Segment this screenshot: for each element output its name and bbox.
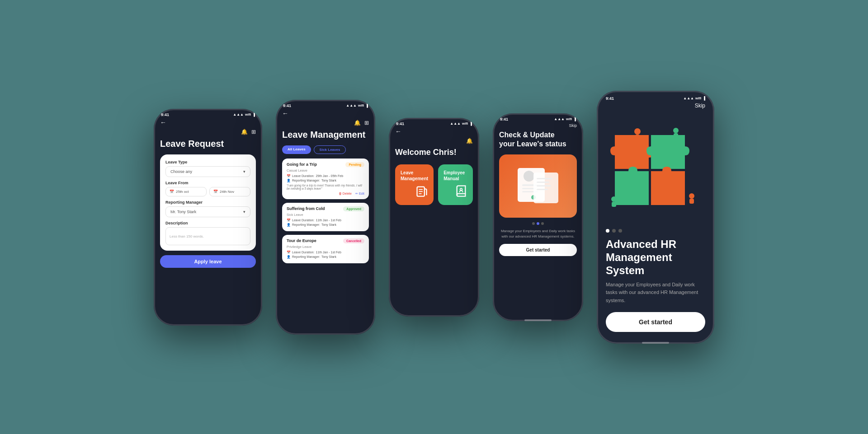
- svg-point-13: [634, 128, 641, 135]
- dot3: [541, 222, 544, 225]
- svg-rect-18: [612, 202, 616, 207]
- phone5-content: Skip: [597, 103, 714, 339]
- leave-card-2-header: Suffering from Cold Approved: [287, 206, 364, 211]
- leave1-badge: Pending: [345, 162, 364, 167]
- status-icons-3: ▲▲▲ wifi ▐: [450, 121, 472, 126]
- leave-mgmt-title: Leave Management: [282, 130, 369, 140]
- person-icon-2: 👤: [287, 223, 291, 227]
- back-button-3[interactable]: ←: [395, 128, 473, 135]
- signal-icon: ▲▲▲: [233, 112, 244, 117]
- signal-icon-5: ▲▲▲: [683, 96, 694, 100]
- dot2-active: [537, 222, 539, 225]
- duration-prefix-2: Leave Duration:: [292, 219, 314, 222]
- delete-button-1[interactable]: 🗑 Delete: [339, 192, 352, 196]
- tab-sick-leaves[interactable]: Sick Leaves: [314, 145, 346, 154]
- calendar-icon-2: 📅: [287, 219, 291, 222]
- employee-manual-tile[interactable]: Employee Manual: [438, 164, 473, 205]
- tab-all-leaves[interactable]: All Leaves: [282, 145, 311, 154]
- leave-card-3: Tour de Europe Cancelled Priviledge Leav…: [282, 235, 369, 263]
- start-date-btn[interactable]: 📅 25th oct: [165, 187, 207, 196]
- leave-card-2: Suffering from Cold Approved Sick Leave …: [282, 203, 369, 231]
- leave3-manager-row: 👤 Reporting Manager: Tony Stark: [287, 255, 364, 259]
- signal-icon-4: ▲▲▲: [554, 117, 565, 121]
- phone2-screen: 9:41 ▲▲▲ wifi ▐ ← 🔔 ⊞ Leave Management A…: [276, 100, 375, 335]
- wifi-icon-4: wifi: [566, 117, 572, 121]
- edit-icon: ✏: [355, 192, 358, 196]
- calendar-start-icon: 📅: [170, 190, 174, 194]
- reporting-manager-select[interactable]: Mr. Tony Stark ▾: [165, 206, 250, 217]
- apply-leave-button[interactable]: Apply leave: [160, 255, 256, 268]
- battery-icon-2: ▐: [365, 103, 368, 107]
- phone3-screen: 9:41 ▲▲▲ wifi ▐ ← 🔔 Welcome Chris! Leave…: [389, 118, 479, 317]
- svg-rect-8: [533, 173, 558, 203]
- duration-prefix-1: Leave Duration:: [292, 174, 314, 177]
- tab-row: All Leaves Sick Leaves: [282, 145, 369, 154]
- chevron-down-icon-2: ▾: [243, 210, 245, 214]
- hr-get-started-button[interactable]: Get started: [606, 312, 705, 332]
- time-5: 9:41: [606, 96, 614, 101]
- leave-type-select[interactable]: Choose any ▾: [165, 166, 250, 177]
- edit-button-1[interactable]: ✏ Edit: [355, 192, 364, 196]
- chevron-down-icon: ▾: [243, 169, 245, 174]
- signal-icon-2: ▲▲▲: [346, 103, 357, 107]
- phone-leave-management: 9:41 ▲▲▲ wifi ▐ ← 🔔 ⊞ Leave Management A…: [276, 100, 375, 335]
- bell-icon-2: 🔔: [354, 120, 361, 126]
- time-2: 9:41: [283, 103, 291, 108]
- leave-from-label: Leave From: [165, 181, 250, 185]
- leave1-type: Casual Leave: [287, 168, 364, 173]
- bell-icon: 🔔: [241, 129, 248, 135]
- welcome-title: Welcome Chris!: [395, 148, 473, 157]
- top-icons-row-2: 🔔 ⊞: [282, 120, 369, 126]
- person-icon-1: 👤: [287, 179, 291, 182]
- tile2-label: Employee Manual: [443, 170, 467, 182]
- phone-welcome: 9:41 ▲▲▲ wifi ▐ ← 🔔 Welcome Chris! Leave…: [389, 118, 479, 317]
- dot-indicator-4: [499, 222, 577, 225]
- status-icons-4: ▲▲▲ wifi ▐: [554, 117, 576, 121]
- battery-icon-5: ▐: [703, 96, 705, 100]
- leave2-manager-row: 👤 Reporting Manager: Tony Stark: [287, 223, 364, 227]
- leave3-duration: 11th Jan - 1st Feb: [316, 251, 341, 254]
- svg-point-19: [689, 193, 694, 199]
- leave1-title: Going for a Trip: [287, 162, 317, 167]
- leave-status-illustration: [509, 159, 567, 213]
- time-4: 9:41: [500, 117, 508, 121]
- status-bar-5: 9:41 ▲▲▲ wifi ▐: [597, 91, 714, 103]
- status-icons-5: ▲▲▲ wifi ▐: [683, 96, 705, 100]
- svg-rect-16: [674, 133, 678, 138]
- leave1-duration-row: 📅 Leave Duration: 29th Jan - 05th Feb: [287, 174, 364, 178]
- time-1: 9:41: [161, 112, 169, 117]
- get-started-button-4[interactable]: Get started: [499, 244, 577, 256]
- leave-type-value: Choose any: [170, 169, 192, 174]
- person-icon-3: 👤: [287, 255, 291, 259]
- svg-rect-12: [537, 189, 548, 190]
- tile1-label: Leave Management: [401, 170, 428, 182]
- duration-prefix-3: Leave Duration:: [292, 251, 314, 254]
- wifi-icon-3: wifi: [462, 121, 468, 126]
- description-box[interactable]: Less than 150 words.: [165, 227, 250, 245]
- back-button-2[interactable]: ←: [282, 110, 369, 117]
- hr-dots: [606, 229, 705, 233]
- puzzle-illustration: [606, 113, 705, 229]
- hr-dot-2: [612, 229, 616, 233]
- back-button-1[interactable]: ←: [160, 119, 256, 126]
- status-bar-4: 9:41 ▲▲▲ wifi ▐: [493, 113, 583, 123]
- leave-type-label: Leave Type: [165, 160, 250, 164]
- calendar-icon-1: 📅: [287, 174, 291, 178]
- svg-rect-20: [689, 199, 694, 204]
- employee-manual-icon: [455, 185, 467, 200]
- phone-check-update: 9:41 ▲▲▲ wifi ▐ Skip Check & Update your…: [493, 113, 583, 321]
- svg-point-15: [673, 128, 679, 133]
- svg-point-17: [611, 196, 617, 202]
- hr-dot-3: [618, 229, 622, 233]
- hr-dot-1-active: [606, 229, 609, 233]
- manager-prefix-1: Reporting Manager:: [292, 179, 320, 182]
- skip-button-4[interactable]: Skip: [499, 123, 577, 128]
- end-date-btn[interactable]: 📅 24th Nov: [209, 187, 250, 196]
- phone-leave-request: 9:41 ▲▲▲ wifi ▐ ← 🔔 ⊞ Leave Request Leav…: [154, 109, 262, 326]
- skip-button-5[interactable]: Skip: [606, 103, 705, 109]
- grid-icon: ⊞: [251, 129, 256, 135]
- svg-rect-9: [537, 178, 552, 179]
- leave2-title: Suffering from Cold: [287, 206, 325, 211]
- leave-management-tile[interactable]: Leave Management: [395, 164, 434, 205]
- leave3-duration-row: 📅 Leave Duration: 11th Jan - 1st Feb: [287, 251, 364, 254]
